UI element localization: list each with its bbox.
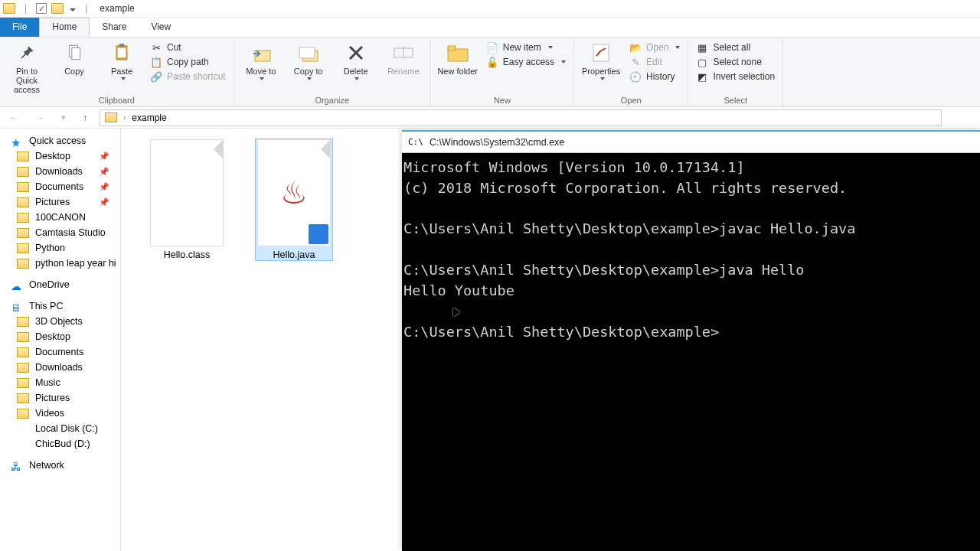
new-item-button[interactable]: 📄New item xyxy=(483,41,569,54)
folder-icon xyxy=(17,259,29,269)
folder-icon xyxy=(17,317,29,327)
shortcut-icon: 🔗 xyxy=(150,70,162,83)
delete-icon xyxy=(344,41,368,65)
pin-icon: 📌 xyxy=(99,152,109,161)
chevron-down-icon xyxy=(121,77,126,80)
file-thumbnail: ♨ xyxy=(257,139,331,246)
sidebar-item[interactable]: Local Disk (C:) xyxy=(0,421,120,436)
sidebar-item[interactable]: ChicBud (D:) xyxy=(0,436,120,452)
file-item[interactable]: ♨Hello.java xyxy=(256,139,332,260)
select-all-button[interactable]: ▦Select all xyxy=(693,41,778,54)
ribbon-group-select: ▦Select all ▢Select none ◩Invert selecti… xyxy=(688,37,783,106)
star-icon: ★ xyxy=(11,136,23,146)
group-label: Organize xyxy=(315,96,349,106)
qat-properties-icon[interactable]: ✓ xyxy=(36,3,47,14)
sidebar-item[interactable]: Pictures xyxy=(0,390,120,406)
copy-icon xyxy=(62,41,87,65)
recent-locations-button[interactable]: ▾ xyxy=(57,111,70,124)
sidebar-item[interactable]: Documents xyxy=(0,344,120,360)
forward-button[interactable]: → xyxy=(31,111,49,125)
paste-shortcut-button[interactable]: 🔗Paste shortcut xyxy=(147,70,229,83)
pin-to-quick-access-button[interactable]: Pin to Quick access xyxy=(5,39,49,96)
properties-button[interactable]: Properties xyxy=(579,39,623,82)
tab-share[interactable]: Share xyxy=(90,18,139,37)
new-item-icon: 📄 xyxy=(486,41,498,54)
sidebar-item[interactable]: Camtasia Studio xyxy=(0,225,120,240)
new-folder-icon xyxy=(446,41,470,65)
up-button[interactable]: ↑ xyxy=(78,111,92,125)
history-button[interactable]: 🕘History xyxy=(626,70,683,83)
svg-rect-12 xyxy=(593,44,609,61)
breadcrumb-separator: › xyxy=(123,113,126,122)
qat-dropdown-icon[interactable] xyxy=(68,3,76,14)
sidebar-item[interactable]: Documents📌 xyxy=(0,179,120,194)
pc-icon: 🖥 xyxy=(11,302,23,311)
navigation-pane[interactable]: ★Quick access Desktop📌Downloads📌Document… xyxy=(0,129,121,551)
sidebar-item[interactable]: 100CANON xyxy=(0,210,120,225)
breadcrumb-item[interactable]: example xyxy=(132,112,166,123)
edit-icon: ✎ xyxy=(629,56,642,68)
group-label: Open xyxy=(621,96,642,106)
svg-rect-3 xyxy=(118,48,126,58)
invert-selection-button[interactable]: ◩Invert selection xyxy=(693,70,778,83)
folder-icon xyxy=(17,182,29,192)
tab-view[interactable]: View xyxy=(139,18,183,37)
sidebar-item[interactable]: Desktop📌 xyxy=(0,148,120,164)
cut-button[interactable]: ✂Cut xyxy=(147,41,229,54)
new-folder-button[interactable]: New folder xyxy=(436,39,480,77)
cloud-icon: ☁ xyxy=(11,280,23,290)
ribbon-group-clipboard: Pin to Quick access Copy Paste ✂Cut 📋Cop… xyxy=(0,37,234,106)
pin-icon: 📌 xyxy=(99,197,109,207)
disk-icon xyxy=(17,424,29,434)
sidebar-item[interactable]: Videos xyxy=(0,406,120,421)
cmd-window[interactable]: C:\ C:\Windows\System32\cmd.exe Microsof… xyxy=(402,130,980,551)
sidebar-item-this-pc[interactable]: 🖥This PC xyxy=(0,298,120,314)
folder-icon xyxy=(51,3,64,14)
sidebar-item[interactable]: Music xyxy=(0,375,120,390)
cmd-output[interactable]: Microsoft Windows [Version 10.0.17134.1]… xyxy=(402,153,980,347)
sidebar-item[interactable]: Python xyxy=(0,240,120,256)
ribbon-group-new: New folder 📄New item 🔓Easy access New xyxy=(431,37,574,106)
sidebar-item-quick-access[interactable]: ★Quick access xyxy=(0,133,120,148)
open-button[interactable]: 📂Open xyxy=(626,41,683,54)
sidebar-item[interactable]: Downloads📌 xyxy=(0,164,120,179)
file-name: Hello.java xyxy=(256,249,332,260)
tab-home[interactable]: Home xyxy=(39,18,90,37)
easy-access-button[interactable]: 🔓Easy access xyxy=(483,55,569,69)
copy-button[interactable]: Copy xyxy=(52,39,96,77)
folder-icon xyxy=(17,332,29,342)
address-bar[interactable]: › example xyxy=(100,109,942,126)
sidebar-item[interactable]: Pictures📌 xyxy=(0,194,120,210)
folder-icon xyxy=(17,347,29,357)
rename-button[interactable]: Rename xyxy=(381,39,426,77)
sidebar-item[interactable]: 3D Objects xyxy=(0,314,120,329)
file-item[interactable]: Hello.class xyxy=(149,139,225,260)
chevron-down-icon xyxy=(600,77,605,80)
delete-button[interactable]: Delete xyxy=(334,39,378,82)
move-to-button[interactable]: Move to xyxy=(239,39,283,82)
paste-button[interactable]: Paste xyxy=(100,39,144,82)
disk-icon xyxy=(17,439,29,449)
edit-button[interactable]: ✎Edit xyxy=(626,55,683,69)
sidebar-item[interactable]: python leap year hi xyxy=(0,256,120,271)
cmd-titlebar[interactable]: C:\ C:\Windows\System32\cmd.exe xyxy=(402,132,980,153)
copy-to-button[interactable]: Copy to xyxy=(286,39,331,82)
tab-file[interactable]: File xyxy=(0,18,39,37)
folder-icon xyxy=(17,409,29,419)
sidebar-item[interactable]: Desktop xyxy=(0,329,120,344)
copy-path-button[interactable]: 📋Copy path xyxy=(147,55,229,69)
group-label: New xyxy=(494,96,511,106)
svg-rect-7 xyxy=(299,47,315,58)
select-none-button[interactable]: ▢Select none xyxy=(693,55,778,69)
ribbon-group-organize: Move to Copy to Delete Rename Organize xyxy=(234,37,431,106)
copy-path-icon: 📋 xyxy=(150,56,162,68)
folder-icon xyxy=(17,197,29,207)
sidebar-item-network[interactable]: 🖧Network xyxy=(0,458,120,473)
sidebar-item-onedrive[interactable]: ☁OneDrive xyxy=(0,277,120,292)
sidebar-item[interactable]: Downloads xyxy=(0,360,120,375)
pin-icon: 📌 xyxy=(99,182,109,192)
chevron-down-icon xyxy=(307,77,312,80)
folder-icon xyxy=(17,228,29,238)
back-button[interactable]: ← xyxy=(5,111,23,125)
folder-icon xyxy=(17,393,29,403)
